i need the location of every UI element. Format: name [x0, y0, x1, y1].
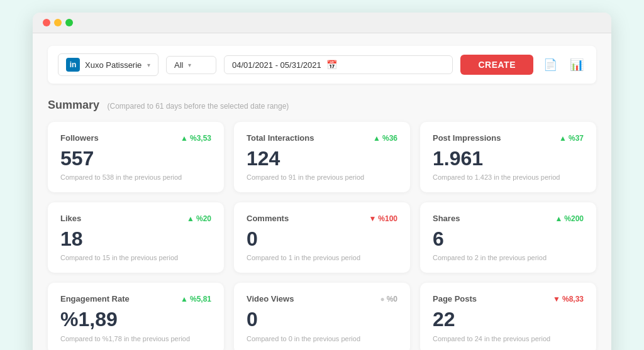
- card-value: 22: [433, 309, 584, 331]
- arrow-down-icon: [369, 214, 376, 223]
- card-title: Video Views: [247, 294, 294, 304]
- card-title: Engagement Rate: [60, 294, 130, 304]
- chevron-down-icon: ▾: [188, 62, 191, 68]
- card-value: %1,89: [60, 309, 211, 331]
- card-header: Followers %3,53: [60, 133, 211, 143]
- linkedin-icon: in: [66, 58, 80, 72]
- card-compare: Compared to 0 in the previous period: [247, 335, 397, 342]
- minimize-dot: [54, 19, 62, 26]
- card-badge: %20: [187, 214, 211, 223]
- card-badge: %37: [559, 134, 584, 143]
- card-value: 0: [247, 228, 397, 250]
- card-compare: Compared to 91 in the previous period: [247, 173, 397, 181]
- card-title: Comments: [247, 214, 289, 223]
- card-value: 557: [60, 148, 211, 170]
- card-badge: %8,33: [553, 295, 584, 304]
- card-badge: %200: [555, 214, 584, 223]
- stat-card: Video Views %0 0 Compared to 0 in the pr…: [234, 283, 410, 350]
- card-compare: Compared to 2 in the previous period: [433, 254, 584, 261]
- arrow-up-icon: [180, 134, 188, 143]
- filter-label: All: [174, 60, 183, 70]
- share-icon[interactable]: 📊: [567, 55, 586, 74]
- card-badge: %5,81: [180, 295, 211, 304]
- card-header: Page Posts %8,33: [433, 294, 584, 304]
- download-pdf-icon[interactable]: 📄: [541, 55, 560, 74]
- card-value: 0: [247, 309, 397, 331]
- create-button[interactable]: CREATE: [460, 55, 533, 75]
- card-compare: Compared to 1.423 in the previous period: [433, 173, 584, 181]
- card-value: 124: [247, 148, 397, 170]
- card-compare: Compared to 1 in the previous period: [247, 254, 397, 261]
- arrow-up-icon: [187, 214, 194, 223]
- date-picker[interactable]: 04/01/2021 - 05/31/2021 📅: [224, 55, 453, 74]
- stat-card: Comments %100 0 Compared to 1 in the pre…: [234, 202, 410, 273]
- date-range-text: 04/01/2021 - 05/31/2021: [232, 60, 321, 70]
- stat-card: Post Impressions %37 1.961 Compared to 1…: [420, 122, 596, 192]
- card-title: Likes: [60, 214, 81, 223]
- browser-window: in Xuxo Patisserie ▾ All ▾ 04/01/2021 - …: [33, 13, 611, 350]
- stat-card: Page Posts %8,33 22 Compared to 24 in th…: [420, 283, 596, 350]
- card-header: Comments %100: [247, 214, 397, 223]
- card-title: Shares: [433, 214, 460, 223]
- card-value: 6: [433, 228, 584, 250]
- cards-grid: Followers %3,53 557 Compared to 538 in t…: [48, 122, 596, 350]
- chevron-down-icon: ▾: [147, 62, 150, 68]
- card-compare: Compared to 15 in the previous period: [60, 254, 211, 261]
- account-name: Xuxo Patisserie: [85, 60, 142, 70]
- arrow-up-icon: [373, 134, 380, 143]
- main-content: in Xuxo Patisserie ▾ All ▾ 04/01/2021 - …: [33, 33, 611, 350]
- arrow-up-icon: [555, 214, 562, 223]
- card-badge: %36: [373, 134, 397, 143]
- arrow-down-icon: [553, 295, 560, 304]
- card-compare: Compared to %1,78 in the previous period: [60, 335, 211, 342]
- card-badge: %3,53: [180, 134, 211, 143]
- calendar-icon: 📅: [326, 60, 337, 70]
- card-title: Page Posts: [433, 294, 477, 304]
- arrow-up-icon: [559, 134, 567, 143]
- card-compare: Compared to 538 in the previous period: [60, 173, 211, 181]
- toolbar: in Xuxo Patisserie ▾ All ▾ 04/01/2021 - …: [48, 46, 596, 84]
- stat-card: Total Interactions %36 124 Compared to 9…: [234, 122, 410, 192]
- expand-dot: [65, 19, 73, 26]
- stat-card: Followers %3,53 557 Compared to 538 in t…: [48, 122, 224, 192]
- stat-card: Engagement Rate %5,81 %1,89 Compared to …: [48, 283, 224, 350]
- card-header: Engagement Rate %5,81: [60, 294, 211, 304]
- summary-title: Summary: [48, 99, 99, 111]
- arrow-up-icon: [180, 295, 188, 304]
- card-compare: Compared to 24 in the previous period: [433, 335, 584, 342]
- stat-card: Likes %20 18 Compared to 15 in the previ…: [48, 202, 224, 273]
- stat-card: Shares %200 6 Compared to 2 in the previ…: [420, 202, 596, 273]
- close-dot: [43, 19, 50, 26]
- card-badge: %100: [369, 214, 397, 223]
- summary-subtitle: (Compared to 61 days before the selected…: [108, 102, 289, 111]
- card-header: Shares %200: [433, 214, 584, 223]
- card-header: Total Interactions %36: [247, 133, 397, 143]
- card-header: Video Views %0: [247, 294, 397, 304]
- circle-gray-icon: [380, 295, 384, 304]
- card-title: Followers: [60, 133, 99, 143]
- card-title: Total Interactions: [247, 133, 314, 143]
- account-dropdown[interactable]: in Xuxo Patisserie ▾: [58, 53, 158, 76]
- card-badge: %0: [380, 295, 397, 304]
- card-value: 18: [60, 228, 211, 250]
- card-header: Likes %20: [60, 214, 211, 223]
- card-value: 1.961: [433, 148, 584, 170]
- filter-dropdown[interactable]: All ▾: [166, 56, 216, 74]
- summary-header: Summary (Compared to 61 days before the …: [48, 99, 596, 112]
- card-title: Post Impressions: [433, 133, 501, 143]
- browser-bar: [33, 13, 611, 33]
- card-header: Post Impressions %37: [433, 133, 584, 143]
